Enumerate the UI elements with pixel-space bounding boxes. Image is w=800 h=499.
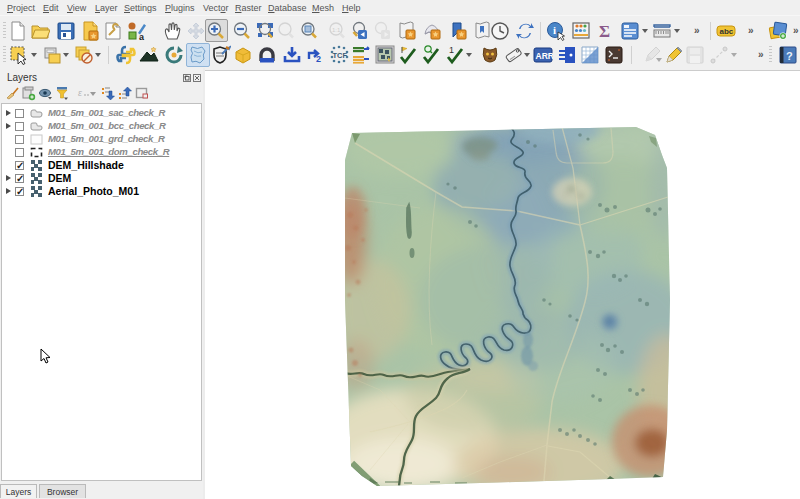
svg-text:?: ? — [786, 50, 793, 62]
svg-text:i: i — [553, 24, 556, 36]
svg-text:ARR: ARR — [536, 51, 554, 61]
svg-text:ε: ε — [78, 88, 83, 98]
svg-text:Σ: Σ — [599, 22, 610, 41]
svg-text:1: 1 — [449, 45, 454, 55]
svg-text:abc: abc — [720, 27, 734, 36]
svg-text:TCF: TCF — [333, 51, 348, 60]
svg-text:a: a — [139, 32, 145, 41]
svg-text:2: 2 — [316, 54, 321, 64]
svg-text:1:1: 1:1 — [332, 27, 341, 33]
